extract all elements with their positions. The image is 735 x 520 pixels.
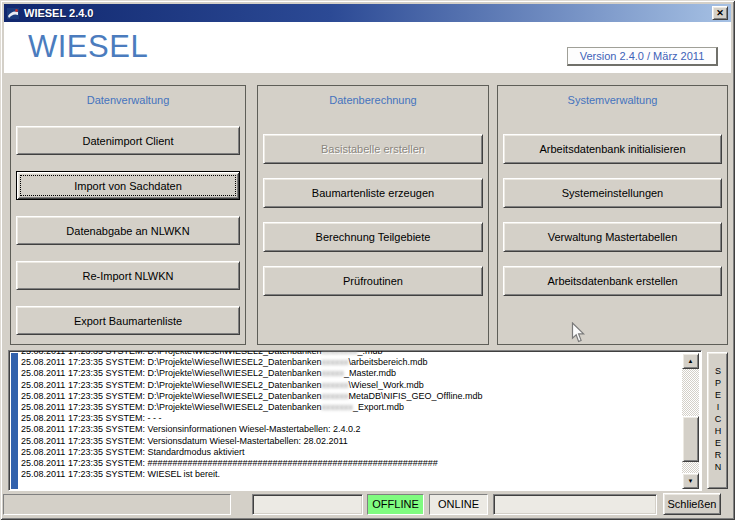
redacted-text: xxxxx [322, 368, 345, 378]
log-line: 25.08.2011 17:23:35 SYSTEM: Versionsdatu… [21, 436, 679, 447]
redacted-text: xxxxxx [322, 357, 349, 367]
log-selection-strip [11, 353, 18, 489]
log-line: 25.08.2011 17:23:35 SYSTEM: ############… [21, 458, 679, 469]
offline-indicator: OFFLINE [367, 494, 424, 515]
log-line: 25.08.2011 17:23:35 SYSTEM: D:\Projekte\… [21, 368, 679, 379]
group-label-datenberechnung: Datenberechnung [258, 94, 488, 106]
log-line: 25.08.2011 17:23:35 SYSTEM: D:\Projekte\… [21, 402, 679, 413]
log-line: 25.08.2011 17:23:35 SYSTEM: - - - [21, 413, 679, 424]
button-arbeitsdatenbank-initialisieren[interactable]: Arbeitsdatenbank initialisieren [503, 134, 722, 164]
group-label-systemverwaltung: Systemverwaltung [498, 94, 727, 106]
log-line: 25.08.2011 17:23:35 SYSTEM: Standardmodu… [21, 447, 679, 458]
log-line: 25.08.2011 17:23:35 SYSTEM: D:\Projekte\… [21, 357, 679, 368]
log-line: 25.08.2011 17:23:35 SYSTEM: D:\Projekte\… [21, 380, 679, 391]
button-export-baumartenliste[interactable]: Export Baumartenliste [16, 306, 240, 335]
app-icon [7, 7, 20, 20]
redacted-text: xxxxxxx [322, 402, 354, 412]
log-scrollbar[interactable]: ▲ ▼ [682, 353, 699, 489]
speichern-button[interactable]: SPEICHERN [707, 352, 728, 489]
button-import-von-sachdaten[interactable]: Import von Sachdaten [16, 171, 240, 200]
log-line: 25.08.2011 17:23:35 SYSTEM: WIESEL ist b… [21, 469, 679, 480]
redacted-text: xxxxxx [322, 391, 349, 401]
log-textbox[interactable]: 25.08.2011 17:23:35 SYSTEM: D:\Projekte\… [8, 350, 702, 491]
group-datenberechnung: Datenberechnung Basistabelle erstellen B… [257, 85, 489, 345]
group-label-datenverwaltung: Datenverwaltung [11, 94, 245, 106]
speichern-label: SPEICHERN [708, 366, 727, 474]
app-window: WIESEL 2.4.0 ✕ WIESEL Version 2.4.0 / Mä… [0, 0, 735, 520]
progress-bar [252, 494, 363, 515]
button-datenimport-client[interactable]: Datenimport Client [16, 126, 240, 155]
button-datenabgabe-an-nlwkn[interactable]: Datenabgabe an NLWKN [16, 216, 240, 245]
group-systemverwaltung: Systemverwaltung Arbeitsdatenbank initia… [497, 85, 728, 345]
app-logo-text: WIESEL [28, 29, 148, 65]
close-icon[interactable]: ✕ [712, 6, 728, 20]
button-verwaltung-mastertabellen[interactable]: Verwaltung Mastertabellen [503, 222, 722, 252]
log-lines: 25.08.2011 17:23:35 SYSTEM: D:\Projekte\… [21, 350, 679, 491]
online-indicator: ONLINE [429, 494, 488, 515]
version-badge: Version 2.4.0 / März 2011 [567, 47, 718, 66]
button-re-import-nlwkn[interactable]: Re-Import NLWKN [16, 261, 240, 290]
schliessen-button[interactable]: Schließen [663, 493, 721, 515]
scroll-up-icon[interactable]: ▲ [682, 353, 699, 369]
log-line: 25.08.2011 17:23:35 SYSTEM: D:\Projekte\… [21, 391, 679, 402]
button-arbeitsdatenbank-erstellen[interactable]: Arbeitsdatenbank erstellen [503, 266, 722, 296]
status-field [493, 494, 657, 515]
status-panel [3, 494, 231, 515]
title-bar[interactable]: WIESEL 2.4.0 ✕ [4, 4, 731, 22]
button-systemeinstellungen[interactable]: Systemeinstellungen [503, 178, 722, 208]
window-title: WIESEL 2.4.0 [24, 4, 708, 22]
redacted-text: xxxxxxxx [322, 350, 358, 356]
scrollbar-thumb[interactable] [682, 416, 699, 462]
redacted-text: xxxxxx [322, 380, 349, 390]
button-baumartenliste-erzeugen[interactable]: Baumartenliste erzeugen [263, 178, 483, 208]
button-pruefroutinen[interactable]: Prüfroutinen [263, 266, 483, 296]
group-datenverwaltung: Datenverwaltung Datenimport Client Impor… [10, 85, 246, 345]
button-basistabelle-erstellen: Basistabelle erstellen [263, 134, 483, 164]
log-line: 25.08.2011 17:23:35 SYSTEM: D:\Projekte\… [21, 350, 679, 357]
log-line: 25.08.2011 17:23:35 SYSTEM: Versionsinfo… [21, 424, 679, 435]
button-berechnung-teilgebiete[interactable]: Berechnung Teilgebiete [263, 222, 483, 252]
header-banner: WIESEL Version 2.4.0 / März 2011 [4, 22, 731, 73]
scroll-down-icon[interactable]: ▼ [682, 473, 699, 489]
